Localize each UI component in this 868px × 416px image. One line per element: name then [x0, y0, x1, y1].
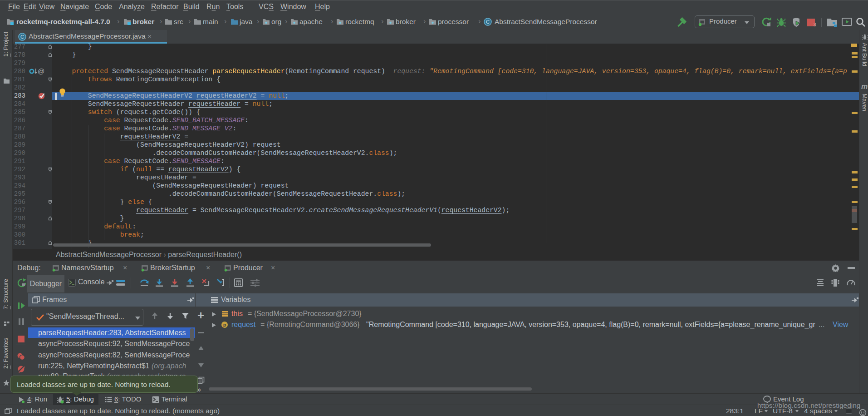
svg-text:C: C — [486, 19, 490, 25]
svg-text:C: C — [20, 34, 24, 40]
svg-text:p: p — [223, 322, 226, 327]
